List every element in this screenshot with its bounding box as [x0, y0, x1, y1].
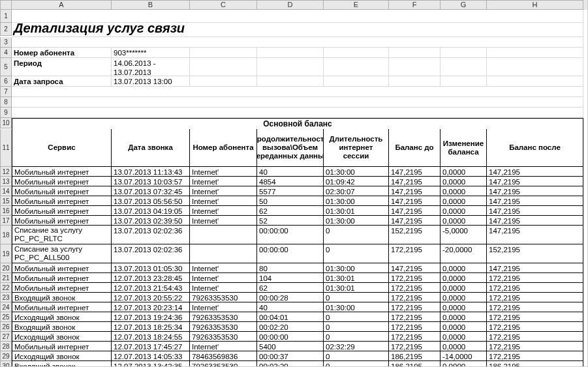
table-header-3[interactable]: Продолжительность вызова\Объем переданны…: [257, 129, 324, 167]
cell-15-number[interactable]: Internet': [190, 196, 257, 206]
row-header-12[interactable]: 12: [0, 167, 12, 177]
cell-24-date[interactable]: 12.07.2013 20:23:14: [112, 302, 190, 312]
cell-18-date[interactable]: 13.07.2013 02:02:36: [112, 226, 190, 244]
empty-6-5[interactable]: [487, 76, 583, 87]
cell-16-after[interactable]: 147,2195: [487, 206, 583, 216]
cell-18-duration[interactable]: 00:00:00: [257, 226, 324, 244]
cell-12-change[interactable]: 0,0000: [441, 167, 487, 177]
cell-25-duration[interactable]: 00:04:01: [257, 312, 324, 322]
empty-5-3[interactable]: [389, 58, 441, 76]
cell-14-duration[interactable]: 5577: [257, 186, 324, 196]
cell-15-duration[interactable]: 50: [257, 196, 324, 206]
cell-21-duration[interactable]: 104: [257, 273, 324, 283]
empty-row-7[interactable]: [12, 87, 583, 97]
cell-21-after[interactable]: 172,2195: [487, 273, 583, 283]
cell-13-date[interactable]: 13.07.2013 10:03:57: [112, 177, 190, 186]
cell-15-session[interactable]: 01:30:00: [324, 196, 389, 206]
empty-5-4[interactable]: [441, 58, 487, 76]
period-label[interactable]: Период: [12, 58, 112, 76]
cell-17-duration[interactable]: 52: [257, 216, 324, 226]
cell-16-duration[interactable]: 62: [257, 206, 324, 216]
empty-4-0[interactable]: [190, 48, 257, 58]
cell-15-date[interactable]: 13.07.2013 05:56:50: [112, 196, 190, 206]
row-header-11[interactable]: 11: [0, 129, 12, 167]
cell-19-duration[interactable]: 00:00:00: [257, 244, 324, 263]
col-header-C[interactable]: C: [190, 0, 257, 10]
cell-27-change[interactable]: 0,0000: [441, 332, 487, 342]
cell-18-after[interactable]: 147,2195: [487, 226, 583, 244]
cell-28-after[interactable]: 172,2195: [487, 342, 583, 351]
cell-18-session[interactable]: 0: [324, 226, 389, 244]
cell-27-service[interactable]: Исходящий звонок: [12, 332, 112, 342]
cell-19-service[interactable]: Списание за услугу PC_PC_ALL500: [12, 244, 112, 263]
cell-24-duration[interactable]: 40: [257, 302, 324, 312]
cell-20-change[interactable]: 0,0000: [441, 263, 487, 273]
cell-12-before[interactable]: 147,2195: [389, 167, 441, 177]
cell-27-number[interactable]: 79263353530: [190, 332, 257, 342]
cell-22-change[interactable]: 0,0000: [441, 283, 487, 293]
cell-18-before[interactable]: 152,2195: [389, 226, 441, 244]
cell-22-duration[interactable]: 62: [257, 283, 324, 293]
row-header-26[interactable]: 26: [0, 322, 12, 332]
cell-21-before[interactable]: 172,2195: [389, 273, 441, 283]
cell-16-service[interactable]: Мобильный интернет: [12, 206, 112, 216]
row-header-16[interactable]: 16: [0, 206, 12, 216]
cell-30-after[interactable]: 186,2195: [487, 361, 583, 367]
cell-30-service[interactable]: Входящий звонок: [12, 361, 112, 367]
cell-16-session[interactable]: 01:30:01: [324, 206, 389, 216]
col-header-D[interactable]: D: [257, 0, 324, 10]
cell-24-before[interactable]: 172,2195: [389, 302, 441, 312]
cell-21-service[interactable]: Мобильный интернет: [12, 273, 112, 283]
cell-13-change[interactable]: 0,0000: [441, 177, 487, 186]
cell-25-change[interactable]: 0,0000: [441, 312, 487, 322]
row-header-3[interactable]: 3: [0, 37, 12, 48]
empty-4-2[interactable]: [324, 48, 389, 58]
cell-17-session[interactable]: 01:30:00: [324, 216, 389, 226]
cell-29-service[interactable]: Исходящий звонок: [12, 351, 112, 361]
row-header-1[interactable]: 1: [0, 10, 12, 23]
cell-18-number[interactable]: [190, 226, 257, 244]
cell-25-session[interactable]: 0: [324, 312, 389, 322]
empty-5-1[interactable]: [257, 58, 324, 76]
cell-23-session[interactable]: 0: [324, 293, 389, 302]
cell-25-service[interactable]: Исходящий звонок: [12, 312, 112, 322]
cell-14-after[interactable]: 147,2195: [487, 186, 583, 196]
cell-23-number[interactable]: 79263353530: [190, 293, 257, 302]
cell-18-change[interactable]: -5,0000: [441, 226, 487, 244]
row-header-4[interactable]: 4: [0, 48, 12, 58]
cell-30-number[interactable]: 79263353530: [190, 361, 257, 367]
cell-29-number[interactable]: 78463569836: [190, 351, 257, 361]
cell-18-service[interactable]: Списание за услугу PC_PC_RLTC: [12, 226, 112, 244]
row-header-5[interactable]: 5: [0, 58, 12, 76]
cell-14-date[interactable]: 13.07.2013 07:32:45: [112, 186, 190, 196]
col-header-E[interactable]: E: [324, 0, 389, 10]
cell-25-number[interactable]: 79263353530: [190, 312, 257, 322]
cell-24-change[interactable]: 0,0000: [441, 302, 487, 312]
empty-row-9[interactable]: [12, 108, 583, 118]
cell-13-number[interactable]: Internet': [190, 177, 257, 186]
cell-21-date[interactable]: 12.07.2013 23:28:45: [112, 273, 190, 283]
cell-21-number[interactable]: Internet': [190, 273, 257, 283]
cell-22-before[interactable]: 172,2195: [389, 283, 441, 293]
cell-12-after[interactable]: 147,2195: [487, 167, 583, 177]
cell-24-after[interactable]: 172,2195: [487, 302, 583, 312]
cell-27-date[interactable]: 12.07.2013 18:24:55: [112, 332, 190, 342]
row-header-23[interactable]: 23: [0, 293, 12, 302]
cell-16-change[interactable]: 0,0000: [441, 206, 487, 216]
cell-25-before[interactable]: 172,2195: [389, 312, 441, 322]
row-header-14[interactable]: 14: [0, 186, 12, 196]
cell-29-before[interactable]: 186,2195: [389, 351, 441, 361]
cell-15-service[interactable]: Мобильный интернет: [12, 196, 112, 206]
empty-4-3[interactable]: [389, 48, 441, 58]
cell-23-after[interactable]: 172,2195: [487, 293, 583, 302]
cell-21-change[interactable]: 0,0000: [441, 273, 487, 283]
cell-20-service[interactable]: Мобильный интернет: [12, 263, 112, 273]
cell-26-service[interactable]: Входящий звонок: [12, 322, 112, 332]
cell-30-before[interactable]: 186,2195: [389, 361, 441, 367]
cell-29-duration[interactable]: 00:00:37: [257, 351, 324, 361]
period-value[interactable]: 14.06.2013 - 13.07.2013: [112, 58, 190, 76]
table-header-7[interactable]: Баланс после: [487, 129, 583, 167]
cell-22-service[interactable]: Мобильный интернет: [12, 283, 112, 293]
cell-26-duration[interactable]: 00:02:20: [257, 322, 324, 332]
cell-29-session[interactable]: 0: [324, 351, 389, 361]
